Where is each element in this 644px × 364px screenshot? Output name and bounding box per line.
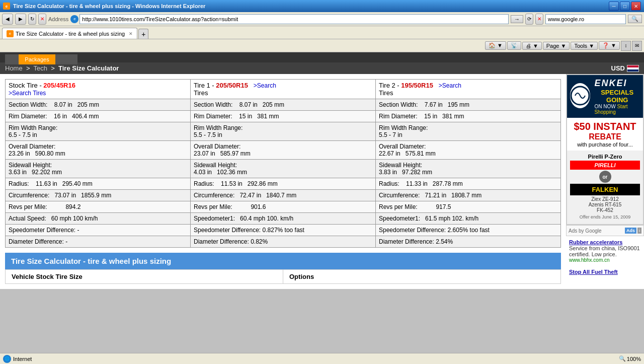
tab-close-button[interactable]: ✕: [129, 31, 133, 36]
stock-tire-size: 205/45R16: [43, 82, 75, 89]
enkei-on-now-text: ON NOW Start Shopping: [594, 104, 640, 115]
google-ads-content: Rubber accelerators Service from china, …: [566, 236, 644, 278]
table-row: Sidewall Height:3.63 in 92.202 mm Sidewa…: [6, 160, 561, 178]
active-tab[interactable]: e Tire Size Calculator - tire & wheel pl…: [2, 28, 137, 39]
tools-button[interactable]: Tools ▼: [571, 42, 598, 50]
table-row: Speedometer Difference: - Speedometer Di…: [6, 225, 561, 236]
ad2-link[interactable]: Stop All Fuel Theft: [569, 269, 618, 275]
or-divider: or: [599, 171, 611, 183]
sidebar: ENKEI SPECIALS GOING ON NOW Start Shoppi…: [566, 74, 644, 289]
tire1-header: Tire 1 -: [194, 82, 216, 89]
go-button[interactable]: →: [511, 15, 523, 23]
main-wrapper: Stock Tire - 205/45R16 >Search Tires Tir…: [0, 74, 644, 289]
title-text: Tire Size Calculator - tire & wheel plus…: [13, 3, 205, 9]
bottom-options: Vehicle Stock Tire Size Options: [5, 269, 561, 284]
page-button[interactable]: Page ▼: [543, 42, 570, 50]
nav-area: Packages: [0, 52, 644, 62]
breadcrumb-bar: Home > Tech > Tire Size Calculator USD: [0, 62, 644, 74]
packages-nav[interactable]: Packages: [19, 54, 55, 64]
currency-indicator: USD: [611, 64, 639, 72]
new-tab-button[interactable]: +: [138, 29, 148, 39]
refresh-tools-button[interactable]: ⟳: [525, 14, 533, 25]
address-bar: ◀ ▶ ↻ ✕ Address e → ⟳ ✕ 🔍: [0, 12, 644, 26]
vehicle-stock-col: Vehicle Stock Tire Size: [6, 270, 283, 283]
options-col: Options: [283, 270, 560, 283]
content-area: Stock Tire - 205/45R16 >Search Tires Tir…: [0, 74, 566, 289]
table-row: Section Width: 8.07 in 205 mm Section Wi…: [6, 99, 561, 111]
tech-link[interactable]: Tech: [34, 64, 47, 72]
feeds-button[interactable]: 📡: [507, 41, 521, 50]
flag-icon: [627, 65, 639, 72]
tab-bar: e Tire Size Calculator - tire & wheel pl…: [0, 26, 644, 39]
info-icon: i: [637, 228, 641, 234]
table-row: Radius: 11.63 in 295.40 mm Radius: 11.53…: [6, 178, 561, 190]
comparison-table: Stock Tire - 205/45R16 >Search Tires Tir…: [5, 79, 561, 248]
table-row: Rim Diameter: 16 in 406.4 mm Rim Diamete…: [6, 111, 561, 122]
stock-search-link[interactable]: >Search Tires: [9, 90, 46, 97]
search-button[interactable]: 🔍: [628, 15, 642, 23]
home-link[interactable]: Home: [5, 64, 23, 72]
enkei-specials-text: SPECIALS GOING: [594, 89, 640, 104]
ads-by-google-bar: Ads by Google Ads i: [566, 225, 644, 236]
ie-icon: e: [3, 3, 10, 10]
pirelli-logo: PIRELLI: [570, 161, 640, 170]
offer-text: Offer ends June 15, 2009: [570, 213, 640, 221]
stop-button[interactable]: ✕: [38, 14, 46, 25]
minimize-button[interactable]: ─: [609, 2, 619, 11]
enkei-top: ENKEI SPECIALS GOING ON NOW Start Shoppi…: [567, 75, 643, 118]
table-row: Circumference: 73.07 in 1855.9 mm Circum…: [6, 190, 561, 201]
current-page: Tire Size Calculator: [58, 64, 119, 72]
enkei-logo: [570, 83, 590, 108]
pirelli-section: Pirelli P-Zero PIRELLI or FALKEN Ziex ZE…: [567, 151, 643, 224]
tab-label: Tire Size Calculator - tire & wheel plus…: [16, 31, 125, 37]
table-row: Actual Speed: 60 mph 100 km/h Speedomete…: [6, 213, 561, 225]
maximize-button[interactable]: □: [620, 2, 630, 11]
bottom-section: Tire Size Calculator - tire & wheel plus…: [5, 253, 561, 284]
ads-icon: Ads: [625, 228, 636, 234]
tab-favicon: e: [7, 30, 14, 37]
tire2-size: 195/50R15: [401, 82, 433, 89]
table-row: Rim Width Range:6.5 - 7.5 in Rim Width R…: [6, 122, 561, 141]
enkei-brand: ENKEI: [594, 78, 640, 89]
tire1-size: 205/50R15: [216, 82, 248, 89]
breadcrumb: Home > Tech > Tire Size Calculator: [5, 64, 119, 72]
page-icon: e: [70, 15, 78, 23]
home-button[interactable]: 🏠 ▼: [485, 41, 506, 50]
tire2-search-link[interactable]: >Search: [439, 82, 461, 89]
forward-button[interactable]: ▶: [15, 14, 26, 25]
falken-sub-text: Ziex ZE-912 Azenis RT-615 FK-452: [570, 196, 640, 213]
refresh-button[interactable]: ↻: [28, 14, 36, 25]
stock-tire-header: Stock Tire -: [9, 82, 43, 89]
enkei-ad[interactable]: ENKEI SPECIALS GOING ON NOW Start Shoppi…: [566, 74, 644, 225]
nav-strip2: [55, 54, 77, 64]
extra-button2[interactable]: ✉: [632, 41, 642, 51]
nav-strip: [5, 54, 19, 64]
stop-tools-button[interactable]: ✕: [535, 14, 543, 25]
tire1-search-link[interactable]: >Search: [254, 82, 276, 89]
toolbar: 🏠 ▼ 📡 🖨 ▼ Page ▼ Tools ▼ ❓ ▼ ↕ ✉: [0, 39, 644, 52]
title-bar: e Tire Size Calculator - tire & wheel pl…: [0, 0, 644, 12]
table-row: Overall Diameter:23.26 in 590.80 mm Over…: [6, 141, 561, 160]
table-row: Diameter Difference: - Diameter Differen…: [6, 236, 561, 248]
help-button[interactable]: ❓ ▼: [599, 41, 620, 50]
extra-button1[interactable]: ↕: [621, 41, 631, 51]
enkei-rebate: $50 INSTANT REBATE with purchase of four…: [567, 118, 643, 151]
print-button[interactable]: 🖨 ▼: [522, 42, 542, 50]
back-button[interactable]: ◀: [2, 14, 13, 25]
falken-logo: FALKEN: [570, 184, 640, 195]
ad1-link[interactable]: Rubber accelerators: [569, 239, 622, 245]
address-input[interactable]: [79, 14, 509, 24]
table-row: Revs per Mile: 894.2 Revs per Mile: 901.…: [6, 201, 561, 213]
close-button[interactable]: ✕: [631, 2, 641, 11]
tire2-header: Tire 2 -: [379, 82, 401, 89]
bottom-title: Tire Size Calculator - tire & wheel plus…: [5, 253, 561, 269]
search-input[interactable]: [545, 14, 626, 24]
